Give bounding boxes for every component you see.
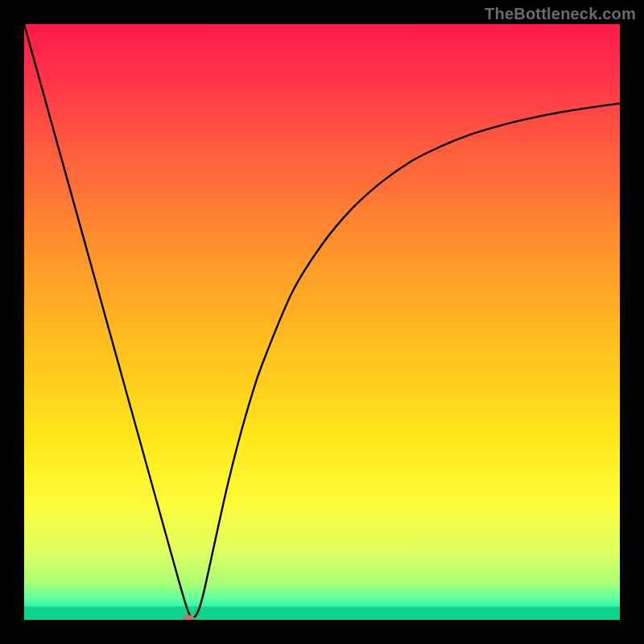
chart-frame: TheBottleneck.com: [0, 0, 644, 644]
watermark-text: TheBottleneck.com: [485, 5, 636, 23]
bottleneck-chart: [24, 24, 620, 620]
plot-area: [24, 24, 620, 620]
gradient-background: [24, 24, 620, 620]
optimal-zone-band: [24, 607, 620, 620]
